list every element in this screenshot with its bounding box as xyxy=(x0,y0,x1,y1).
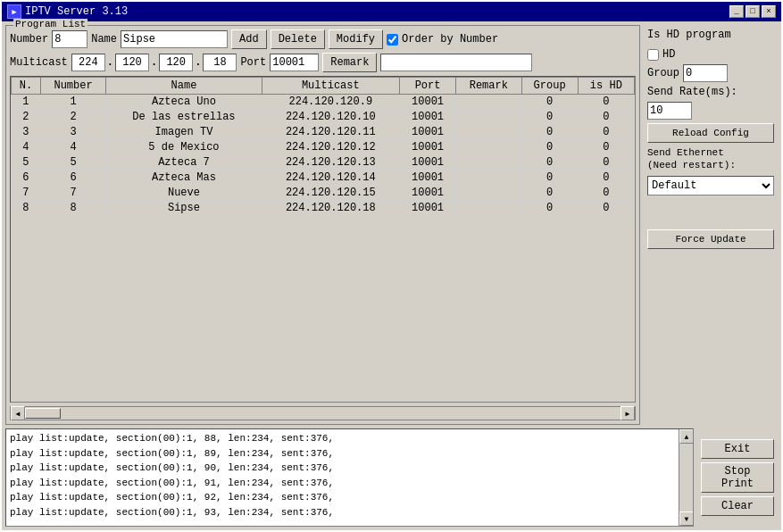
scrollbar-thumb[interactable] xyxy=(25,408,61,419)
multicast-2[interactable] xyxy=(115,54,149,71)
remark-input[interactable] xyxy=(380,54,532,71)
exit-button[interactable]: Exit xyxy=(701,439,774,459)
table-cell: 0 xyxy=(578,95,634,110)
table-cell: 2 xyxy=(12,110,41,125)
title-bar-left: ▶ IPTV Server 3.13 xyxy=(7,4,128,19)
table-header: N. Number Name Multicast Port Remark Gro… xyxy=(12,78,635,95)
ethernet-select[interactable]: Default xyxy=(647,176,774,195)
table-row[interactable]: 22De las estrellas224.120.120.101000100 xyxy=(12,110,635,125)
table-row[interactable]: 11Azteca Uno224.120.120.91000100 xyxy=(12,95,635,110)
log-content: play list:update, section(00):1, 88, len… xyxy=(6,429,693,521)
port-input[interactable] xyxy=(270,54,319,71)
ethernet-select-container: Default xyxy=(647,176,774,195)
dot-2: . xyxy=(151,56,157,69)
title-bar-controls: _ □ × xyxy=(729,5,776,18)
col-name: Name xyxy=(106,78,262,95)
table-cell: 0 xyxy=(578,140,634,155)
table-cell: Azteca Mas xyxy=(106,170,262,186)
table-cell: 0 xyxy=(521,155,578,170)
app-icon: ▶ xyxy=(7,4,21,19)
stop-print-button[interactable]: Stop Print xyxy=(701,462,774,493)
multicast-row: Multicast . . . Port Remark xyxy=(10,53,636,72)
table-cell xyxy=(456,170,521,186)
send-rate-label: Send Rate(ms): xyxy=(647,86,774,98)
number-label: Number xyxy=(10,33,48,46)
table-cell: Imagen TV xyxy=(106,125,262,140)
table-cell: 1 xyxy=(40,95,105,110)
table-cell: 0 xyxy=(521,110,578,125)
table-cell: 224.120.120.18 xyxy=(262,201,399,216)
table-row[interactable]: 77Nueve224.120.120.151000100 xyxy=(12,186,635,201)
table-cell: 8 xyxy=(12,201,41,216)
col-group: Group xyxy=(521,78,578,95)
table-cell xyxy=(456,155,521,170)
log-scroll-down-btn[interactable]: ▼ xyxy=(679,511,694,526)
table-cell: 10001 xyxy=(399,125,455,140)
table-cell xyxy=(456,95,521,110)
table-cell: 10001 xyxy=(399,155,455,170)
title-bar: ▶ IPTV Server 3.13 _ □ × xyxy=(2,2,781,21)
force-update-button[interactable]: Force Update xyxy=(647,229,774,249)
main-content: Number Name Add Delete Modify Order by N… xyxy=(2,21,781,530)
program-table-container: N. Number Name Multicast Port Remark Gro… xyxy=(10,76,636,403)
table-row[interactable]: 88Sipse224.120.120.181000100 xyxy=(12,201,635,216)
table-cell: 224.120.120.9 xyxy=(262,95,399,110)
table-cell: 0 xyxy=(578,201,634,216)
table-cell: Azteca Uno xyxy=(106,95,262,110)
send-rate-input[interactable] xyxy=(647,102,692,120)
close-button[interactable]: × xyxy=(762,5,776,18)
table-cell xyxy=(456,201,521,216)
log-line: play list:update, section(00):1, 93, len… xyxy=(10,505,689,520)
table-cell xyxy=(456,140,521,155)
reload-config-button[interactable]: Reload Config xyxy=(647,123,774,143)
add-button[interactable]: Add xyxy=(231,29,267,49)
multicast-3[interactable] xyxy=(159,54,193,71)
minimize-button[interactable]: _ xyxy=(729,5,744,18)
hd-checkbox-label: HD xyxy=(662,48,675,61)
table-row[interactable]: 55Azteca 7224.120.120.131000100 xyxy=(12,155,635,170)
table-cell: Azteca 7 xyxy=(106,155,262,170)
table-row[interactable]: 33Imagen TV224.120.120.111000100 xyxy=(12,125,635,140)
scroll-left-btn[interactable]: ◀ xyxy=(11,406,25,420)
program-table: N. Number Name Multicast Port Remark Gro… xyxy=(11,77,635,216)
col-number: Number xyxy=(40,78,105,95)
hd-checkbox[interactable] xyxy=(647,49,659,61)
table-cell: 4 xyxy=(40,140,105,155)
hd-section: HD Group Send Rate(ms): Reload Config Se… xyxy=(647,48,774,249)
multicast-inputs: . . . xyxy=(71,54,237,71)
horizontal-scrollbar[interactable]: ◀ ▶ xyxy=(10,406,636,420)
name-input[interactable] xyxy=(121,30,228,48)
table-cell: 0 xyxy=(521,170,578,186)
col-port: Port xyxy=(399,78,455,95)
table-cell: 8 xyxy=(40,201,105,216)
table-cell: 7 xyxy=(12,186,41,201)
table-cell: 5 xyxy=(12,155,41,170)
log-scrollbar-track[interactable] xyxy=(679,444,693,511)
log-scrollbar[interactable]: ▲ ▼ xyxy=(679,429,693,526)
delete-button[interactable]: Delete xyxy=(271,29,325,49)
clear-button[interactable]: Clear xyxy=(701,496,774,516)
multicast-1[interactable] xyxy=(71,54,105,71)
log-line: play list:update, section(00):1, 90, len… xyxy=(10,461,689,476)
log-scroll-up-btn[interactable]: ▲ xyxy=(679,429,694,444)
scrollbar-track[interactable] xyxy=(25,407,621,420)
table-cell: 6 xyxy=(12,170,41,186)
table-cell: 0 xyxy=(521,140,578,155)
scroll-right-btn[interactable]: ▶ xyxy=(621,406,635,420)
table-row[interactable]: 66Azteca Mas224.120.120.141000100 xyxy=(12,170,635,186)
maximize-button[interactable]: □ xyxy=(746,5,760,18)
group-input[interactable] xyxy=(683,64,728,82)
table-cell: De las estrellas xyxy=(106,110,262,125)
modify-button[interactable]: Modify xyxy=(329,29,383,49)
remark-button[interactable]: Remark xyxy=(322,53,377,72)
multicast-4[interactable] xyxy=(203,54,237,71)
table-row[interactable]: 445 de Mexico224.120.120.121000100 xyxy=(12,140,635,155)
table-cell: 10001 xyxy=(399,170,455,186)
table-cell: 0 xyxy=(578,170,634,186)
number-input[interactable] xyxy=(52,30,87,48)
table-cell: Sipse xyxy=(106,201,262,216)
order-by-number-row: Order by Number xyxy=(387,33,498,46)
order-by-number-checkbox[interactable] xyxy=(387,34,398,46)
table-cell: 0 xyxy=(578,125,634,140)
col-multicast: Multicast xyxy=(262,78,399,95)
